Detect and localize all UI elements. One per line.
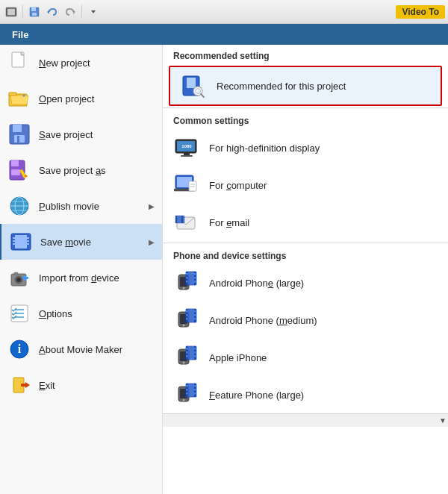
scroll-down-arrow[interactable]: ▼ xyxy=(439,416,447,425)
svg-rect-27 xyxy=(11,169,20,175)
svg-rect-50 xyxy=(24,275,26,281)
save-toolbar-icon[interactable] xyxy=(26,4,43,20)
feature-phone-large-label: Feature Phone (large) xyxy=(209,390,304,401)
email-label: For email xyxy=(209,217,249,228)
publish-movie-arrow: ▶ xyxy=(149,202,155,210)
svg-rect-81 xyxy=(181,216,183,223)
svg-point-96 xyxy=(183,325,185,327)
svg-rect-91 xyxy=(194,273,196,275)
svg-rect-116 xyxy=(194,351,196,354)
svg-rect-112 xyxy=(186,348,188,350)
android-medium-icon xyxy=(173,307,200,334)
save-movie-arrow: ▶ xyxy=(149,238,155,246)
menu-item-save-project-as[interactable]: Save project as xyxy=(0,152,162,188)
save-movie-label: Save movie xyxy=(40,237,141,248)
save-project-as-label: Save project as xyxy=(39,165,155,176)
menu-item-options[interactable]: Options xyxy=(0,296,162,331)
save-project-label: Save project xyxy=(39,129,155,140)
svg-rect-10 xyxy=(32,13,37,16)
menu-item-save-movie[interactable]: Save movie ▶ xyxy=(0,224,162,260)
svg-rect-22 xyxy=(13,125,22,132)
svg-rect-42 xyxy=(27,237,29,239)
menu-bar: File xyxy=(0,24,448,45)
svg-rect-3 xyxy=(6,11,7,13)
svg-rect-88 xyxy=(186,273,188,275)
svg-rect-103 xyxy=(194,310,196,313)
menu-item-exit[interactable]: Exit xyxy=(0,367,162,403)
options-label: Options xyxy=(39,308,155,319)
options-icon xyxy=(7,301,31,325)
svg-rect-117 xyxy=(194,355,196,357)
about-label: About Movie Maker xyxy=(39,344,155,355)
email-icon xyxy=(173,209,200,236)
import-device-icon xyxy=(7,266,31,290)
svg-rect-100 xyxy=(186,310,188,313)
undo-toolbar-icon[interactable] xyxy=(44,4,60,20)
title-bar: Video To xyxy=(0,0,448,24)
option-recommended-for-project[interactable]: Recommended for this project xyxy=(169,66,442,106)
exit-icon xyxy=(7,373,31,397)
menu-item-new-project[interactable]: New project xyxy=(0,45,162,81)
menu-item-open-project[interactable]: Open project xyxy=(0,81,162,116)
svg-line-66 xyxy=(201,94,204,97)
svg-marker-11 xyxy=(47,10,49,14)
svg-rect-105 xyxy=(194,318,196,320)
menu-item-publish-movie[interactable]: Publish movie ▶ xyxy=(0,188,162,224)
svg-rect-5 xyxy=(15,9,16,10)
right-panel: Recommended setting Recommended for this… xyxy=(163,45,448,494)
save-movie-icon xyxy=(9,230,33,254)
open-project-icon xyxy=(7,87,31,110)
new-project-label: New project xyxy=(39,57,155,69)
svg-rect-26 xyxy=(11,160,19,166)
redo-toolbar-icon[interactable] xyxy=(62,4,78,20)
svg-rect-1 xyxy=(7,9,15,15)
svg-rect-115 xyxy=(194,348,196,350)
svg-rect-6 xyxy=(15,11,16,13)
toolbar-icons xyxy=(3,4,102,20)
svg-rect-125 xyxy=(186,389,188,391)
phone-device-header: Phone and device settings xyxy=(163,245,448,264)
option-apple-iphone[interactable]: Apple iPhone xyxy=(163,339,448,376)
option-for-computer[interactable]: For computer xyxy=(163,166,448,204)
svg-rect-7 xyxy=(15,13,16,15)
menu-item-import-device[interactable]: Import from device xyxy=(0,260,162,296)
svg-rect-89 xyxy=(186,277,188,279)
feature-phone-large-icon xyxy=(173,381,200,408)
menu-item-save-project[interactable]: Save project xyxy=(0,116,162,152)
svg-rect-69 xyxy=(184,153,190,155)
svg-rect-4 xyxy=(6,13,7,15)
new-project-icon xyxy=(7,51,31,75)
svg-rect-114 xyxy=(186,355,188,357)
svg-rect-19 xyxy=(9,93,16,96)
option-android-large[interactable]: Android Phone (large) xyxy=(163,264,448,301)
option-android-medium[interactable]: Android Phone (medium) xyxy=(163,301,448,339)
import-device-label: Import from device xyxy=(39,272,155,284)
svg-rect-2 xyxy=(6,9,7,10)
option-for-email[interactable]: For email xyxy=(163,204,448,241)
save-project-as-icon xyxy=(7,158,31,182)
svg-rect-92 xyxy=(194,277,196,279)
option-high-definition[interactable]: 1080 For high-definition display xyxy=(163,129,448,166)
recommended-section-header: Recommended setting xyxy=(163,45,448,64)
file-menu-tab[interactable]: File xyxy=(0,24,40,45)
svg-rect-127 xyxy=(194,385,196,387)
svg-rect-41 xyxy=(13,243,15,245)
svg-point-47 xyxy=(16,278,21,282)
svg-marker-12 xyxy=(73,10,75,14)
svg-rect-24 xyxy=(17,136,19,143)
svg-text:i: i xyxy=(18,343,22,355)
menu-item-about[interactable]: i About Movie Maker xyxy=(0,331,162,367)
svg-point-120 xyxy=(183,399,185,401)
recommended-for-project-label: Recommended for this project xyxy=(217,81,346,92)
option-feature-phone-large[interactable]: Feature Phone (large) xyxy=(163,376,448,413)
svg-rect-43 xyxy=(27,240,29,242)
svg-rect-113 xyxy=(186,351,188,354)
divider-2 xyxy=(163,243,448,243)
tb-sep1 xyxy=(22,5,23,19)
svg-rect-102 xyxy=(186,318,188,320)
svg-marker-13 xyxy=(91,10,96,13)
svg-text:1080: 1080 xyxy=(181,144,192,148)
svg-rect-90 xyxy=(186,281,188,283)
quick-access-dropdown[interactable] xyxy=(85,4,102,20)
recommended-for-project-icon xyxy=(181,72,208,99)
